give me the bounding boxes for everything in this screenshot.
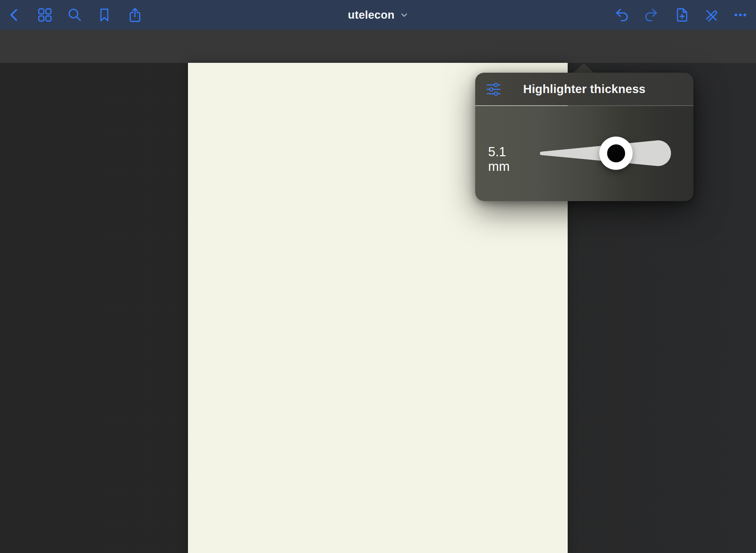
navigation-bar: utelecon <box>0 0 756 30</box>
back-button[interactable] <box>7 7 22 23</box>
redo-button[interactable] <box>644 7 659 23</box>
highlighter-thickness-popover: Highlighter thickness 5.1 mm <box>475 73 693 201</box>
undo-icon <box>614 7 629 23</box>
add-page-icon <box>674 7 689 23</box>
popover-header: Highlighter thickness <box>475 73 693 105</box>
undo-button[interactable] <box>614 7 629 23</box>
thumbnails-button[interactable] <box>37 7 53 23</box>
redo-icon <box>644 7 659 23</box>
back-icon <box>7 7 22 23</box>
title-chevron-down-icon[interactable] <box>400 11 408 19</box>
popover-arrow <box>573 63 594 73</box>
thickness-slider-thumb[interactable] <box>599 137 633 170</box>
search-button[interactable] <box>67 7 83 23</box>
share-icon <box>127 7 143 23</box>
bookmark-button[interactable] <box>97 7 112 23</box>
document-title[interactable]: utelecon <box>348 8 394 21</box>
thickness-slider-thumb-dot <box>607 144 625 162</box>
stylus-cross-icon <box>703 7 719 23</box>
bookmark-icon <box>97 7 112 23</box>
tool-bar <box>0 30 756 63</box>
thickness-value-label: 5.1 mm <box>488 145 526 174</box>
add-page-button[interactable] <box>674 7 689 23</box>
more-ellipsis-icon <box>733 7 748 23</box>
search-icon <box>67 7 83 23</box>
share-button[interactable] <box>127 7 143 23</box>
document-title-group: utelecon <box>0 0 756 30</box>
pages-grid-icon <box>37 7 53 23</box>
stylus-toggle-button[interactable] <box>703 7 719 23</box>
app-window: utelecon <box>0 0 756 553</box>
more-button[interactable] <box>733 7 748 23</box>
sliders-settings-icon <box>486 82 501 97</box>
popover-body: 5.1 mm <box>475 106 693 201</box>
popover-title: Highlighter thickness <box>475 82 693 96</box>
